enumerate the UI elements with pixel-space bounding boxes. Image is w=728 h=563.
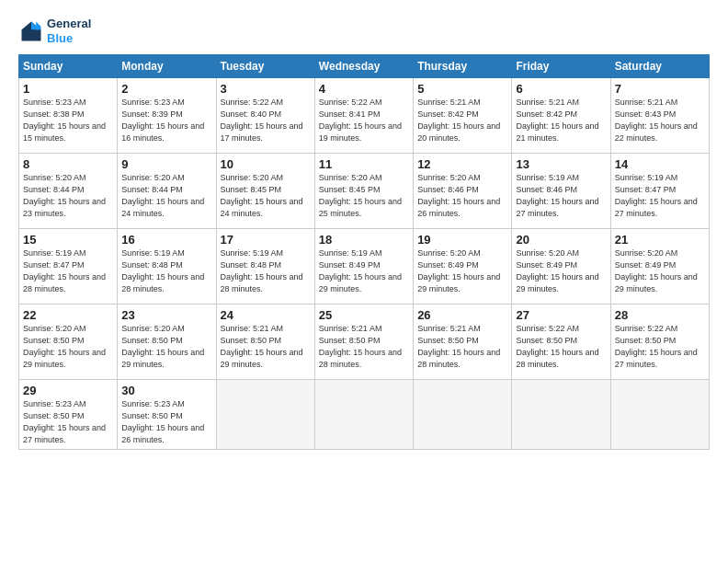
calendar-week-row: 15Sunrise: 5:19 AMSunset: 8:47 PMDayligh… [19, 229, 710, 304]
day-number: 10 [221, 157, 311, 171]
day-info: Sunrise: 5:20 AMSunset: 8:44 PMDaylight:… [23, 172, 113, 220]
day-number: 27 [516, 308, 606, 322]
calendar-cell: 4Sunrise: 5:22 AMSunset: 8:41 PMDaylight… [314, 78, 413, 154]
calendar-cell: 10Sunrise: 5:20 AMSunset: 8:45 PMDayligh… [216, 154, 314, 229]
weekday-header-thursday: Thursday [414, 55, 512, 78]
day-info: Sunrise: 5:23 AMSunset: 8:38 PMDaylight:… [23, 97, 113, 144]
day-number: 21 [615, 233, 705, 247]
day-number: 26 [417, 308, 507, 322]
calendar-cell: 23Sunrise: 5:20 AMSunset: 8:50 PMDayligh… [118, 304, 216, 380]
calendar-cell [512, 380, 610, 450]
calendar-cell: 12Sunrise: 5:20 AMSunset: 8:46 PMDayligh… [414, 154, 512, 229]
day-number: 13 [516, 157, 606, 171]
calendar-cell [314, 380, 413, 450]
calendar-cell: 9Sunrise: 5:20 AMSunset: 8:44 PMDaylight… [118, 154, 216, 229]
weekday-header-tuesday: Tuesday [216, 55, 314, 78]
day-info: Sunrise: 5:19 AMSunset: 8:47 PMDaylight:… [615, 172, 705, 220]
calendar-cell: 14Sunrise: 5:19 AMSunset: 8:47 PMDayligh… [610, 154, 709, 229]
calendar-cell: 30Sunrise: 5:23 AMSunset: 8:50 PMDayligh… [118, 380, 216, 450]
calendar-cell: 29Sunrise: 5:23 AMSunset: 8:50 PMDayligh… [19, 380, 118, 450]
calendar-cell: 11Sunrise: 5:20 AMSunset: 8:45 PMDayligh… [314, 154, 413, 229]
weekday-header-saturday: Saturday [610, 55, 709, 78]
calendar-cell [414, 380, 512, 450]
day-number: 19 [417, 233, 507, 247]
day-info: Sunrise: 5:20 AMSunset: 8:50 PMDaylight:… [23, 323, 113, 371]
day-info: Sunrise: 5:19 AMSunset: 8:46 PMDaylight:… [516, 172, 606, 220]
day-info: Sunrise: 5:20 AMSunset: 8:50 PMDaylight:… [121, 323, 211, 371]
day-info: Sunrise: 5:21 AMSunset: 8:42 PMDaylight:… [417, 97, 507, 144]
day-number: 14 [615, 157, 705, 171]
calendar-cell: 24Sunrise: 5:21 AMSunset: 8:50 PMDayligh… [216, 304, 314, 380]
calendar-cell [610, 380, 709, 450]
day-info: Sunrise: 5:20 AMSunset: 8:44 PMDaylight:… [121, 172, 211, 220]
calendar-cell: 19Sunrise: 5:20 AMSunset: 8:49 PMDayligh… [414, 229, 512, 304]
calendar-cell: 18Sunrise: 5:19 AMSunset: 8:49 PMDayligh… [314, 229, 413, 304]
calendar-cell: 7Sunrise: 5:21 AMSunset: 8:43 PMDaylight… [610, 78, 709, 154]
weekday-header-friday: Friday [512, 55, 610, 78]
calendar-week-row: 8Sunrise: 5:20 AMSunset: 8:44 PMDaylight… [19, 154, 710, 229]
weekday-header-wednesday: Wednesday [314, 55, 413, 78]
day-number: 18 [319, 233, 409, 247]
day-info: Sunrise: 5:21 AMSunset: 8:43 PMDaylight:… [615, 97, 705, 144]
day-info: Sunrise: 5:19 AMSunset: 8:47 PMDaylight:… [23, 247, 113, 295]
day-info: Sunrise: 5:21 AMSunset: 8:42 PMDaylight:… [516, 97, 606, 144]
calendar-cell: 13Sunrise: 5:19 AMSunset: 8:46 PMDayligh… [512, 154, 610, 229]
day-number: 1 [23, 82, 113, 96]
day-info: Sunrise: 5:23 AMSunset: 8:50 PMDaylight:… [121, 398, 211, 446]
day-info: Sunrise: 5:20 AMSunset: 8:45 PMDaylight:… [319, 172, 409, 220]
calendar-cell: 21Sunrise: 5:20 AMSunset: 8:49 PMDayligh… [610, 229, 709, 304]
day-number: 25 [319, 308, 409, 322]
day-number: 11 [319, 157, 409, 171]
day-info: Sunrise: 5:20 AMSunset: 8:49 PMDaylight:… [615, 247, 705, 295]
calendar-week-row: 1Sunrise: 5:23 AMSunset: 8:38 PMDaylight… [19, 78, 710, 154]
calendar-cell: 16Sunrise: 5:19 AMSunset: 8:48 PMDayligh… [118, 229, 216, 304]
day-info: Sunrise: 5:19 AMSunset: 8:49 PMDaylight:… [319, 247, 409, 295]
day-number: 5 [417, 82, 507, 96]
day-number: 20 [516, 233, 606, 247]
calendar-week-row: 29Sunrise: 5:23 AMSunset: 8:50 PMDayligh… [19, 380, 710, 450]
day-number: 22 [23, 308, 113, 322]
day-number: 30 [121, 384, 211, 397]
calendar-cell: 22Sunrise: 5:20 AMSunset: 8:50 PMDayligh… [19, 304, 118, 380]
day-info: Sunrise: 5:22 AMSunset: 8:41 PMDaylight:… [319, 97, 409, 144]
day-number: 6 [516, 82, 606, 96]
day-number: 28 [615, 308, 705, 322]
day-number: 8 [23, 157, 113, 171]
day-info: Sunrise: 5:19 AMSunset: 8:48 PMDaylight:… [221, 247, 311, 295]
day-info: Sunrise: 5:20 AMSunset: 8:49 PMDaylight:… [417, 247, 507, 295]
day-number: 17 [221, 233, 311, 247]
day-info: Sunrise: 5:20 AMSunset: 8:45 PMDaylight:… [221, 172, 311, 220]
header: General Blue [18, 17, 710, 45]
calendar-cell [216, 380, 314, 450]
day-info: Sunrise: 5:20 AMSunset: 8:49 PMDaylight:… [516, 247, 606, 295]
day-info: Sunrise: 5:22 AMSunset: 8:50 PMDaylight:… [516, 323, 606, 371]
weekday-header-monday: Monday [118, 55, 216, 78]
logo-text: General Blue [47, 17, 91, 45]
day-info: Sunrise: 5:21 AMSunset: 8:50 PMDaylight:… [417, 323, 507, 371]
calendar-cell: 26Sunrise: 5:21 AMSunset: 8:50 PMDayligh… [414, 304, 512, 380]
calendar-cell: 1Sunrise: 5:23 AMSunset: 8:38 PMDaylight… [19, 78, 118, 154]
day-info: Sunrise: 5:23 AMSunset: 8:39 PMDaylight:… [121, 97, 211, 144]
calendar-cell: 2Sunrise: 5:23 AMSunset: 8:39 PMDaylight… [118, 78, 216, 154]
calendar-cell: 27Sunrise: 5:22 AMSunset: 8:50 PMDayligh… [512, 304, 610, 380]
day-number: 2 [121, 82, 211, 96]
weekday-header-sunday: Sunday [19, 55, 118, 78]
day-number: 15 [23, 233, 113, 247]
logo: General Blue [18, 17, 91, 45]
day-number: 16 [121, 233, 211, 247]
day-info: Sunrise: 5:21 AMSunset: 8:50 PMDaylight:… [319, 323, 409, 371]
calendar-cell: 6Sunrise: 5:21 AMSunset: 8:42 PMDaylight… [512, 78, 610, 154]
day-number: 3 [221, 82, 311, 96]
calendar-page: General Blue SundayMondayTuesdayWednesda… [0, 0, 728, 563]
day-info: Sunrise: 5:21 AMSunset: 8:50 PMDaylight:… [221, 323, 311, 371]
weekday-header-row: SundayMondayTuesdayWednesdayThursdayFrid… [19, 55, 710, 78]
day-info: Sunrise: 5:19 AMSunset: 8:48 PMDaylight:… [121, 247, 211, 295]
calendar-cell: 20Sunrise: 5:20 AMSunset: 8:49 PMDayligh… [512, 229, 610, 304]
calendar-cell: 15Sunrise: 5:19 AMSunset: 8:47 PMDayligh… [19, 229, 118, 304]
day-info: Sunrise: 5:23 AMSunset: 8:50 PMDaylight:… [23, 398, 113, 446]
day-number: 4 [319, 82, 409, 96]
day-number: 24 [221, 308, 311, 322]
day-number: 12 [417, 157, 507, 171]
svg-marker-3 [36, 21, 40, 29]
day-info: Sunrise: 5:20 AMSunset: 8:46 PMDaylight:… [417, 172, 507, 220]
